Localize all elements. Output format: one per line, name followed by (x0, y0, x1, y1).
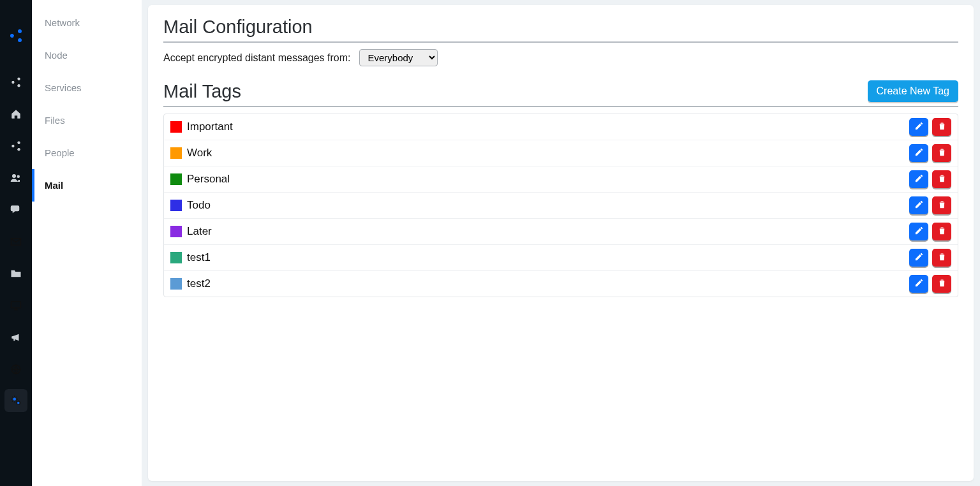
accept-setting-label: Accept encrypted distant messages from: (163, 52, 350, 64)
bullhorn-icon[interactable] (0, 321, 32, 353)
tag-actions (909, 144, 951, 162)
monitor-icon[interactable] (0, 290, 32, 321)
tag-list: ImportantWorkPersonalTodoLatertest1test2 (163, 114, 958, 297)
sidebar-item-mail[interactable]: Mail (32, 169, 142, 202)
trash-icon (937, 278, 947, 290)
tag-row: test2 (164, 271, 958, 297)
sidebar-item-files[interactable]: Files (32, 104, 142, 136)
tag-color-swatch (170, 278, 182, 290)
tag-row: Todo (164, 193, 958, 219)
edit-tag-button[interactable] (909, 196, 928, 214)
tag-row: Work (164, 140, 958, 166)
chat-icon[interactable] (0, 194, 32, 226)
sidebar-item-people[interactable]: People (32, 136, 142, 169)
pencil-icon (914, 200, 924, 211)
sidebar-item-network[interactable]: Network (32, 6, 142, 39)
tag-color-swatch (170, 121, 182, 133)
folder-icon[interactable] (0, 258, 32, 290)
accept-setting-row: Accept encrypted distant messages from: … (163, 49, 958, 66)
tag-actions (909, 249, 951, 267)
tag-label: Important (187, 121, 909, 133)
trash-icon (937, 173, 947, 185)
edit-tag-button[interactable] (909, 170, 928, 188)
edit-tag-button[interactable] (909, 144, 928, 162)
tag-color-swatch (170, 147, 182, 159)
edit-tag-button[interactable] (909, 249, 928, 267)
tags-header: Mail Tags Create New Tag (163, 80, 958, 107)
delete-tag-button[interactable] (932, 144, 951, 162)
accept-setting-select[interactable]: Everybody (359, 49, 438, 66)
tag-label: Work (187, 147, 909, 159)
trash-icon (937, 200, 947, 211)
section-title-config: Mail Configuration (163, 17, 958, 43)
tag-row: test1 (164, 245, 958, 271)
pencil-icon (914, 252, 924, 263)
trash-icon (937, 252, 947, 263)
tag-color-swatch (170, 173, 182, 185)
edit-tag-button[interactable] (909, 275, 928, 293)
tag-row: Important (164, 114, 958, 140)
users-icon[interactable] (0, 162, 32, 194)
pencil-icon (914, 147, 924, 159)
content-card: Mail Configuration Accept encrypted dist… (148, 5, 974, 481)
create-tag-button[interactable]: Create New Tag (868, 80, 958, 102)
envelope-icon[interactable] (0, 226, 32, 258)
pencil-icon (914, 173, 924, 185)
sidebar-item-node[interactable]: Node (32, 39, 142, 71)
trash-icon (937, 147, 947, 159)
delete-tag-button[interactable] (932, 170, 951, 188)
delete-tag-button[interactable] (932, 196, 951, 214)
sidebar-item-services[interactable]: Services (32, 71, 142, 104)
tag-label: Later (187, 225, 909, 238)
tag-actions (909, 196, 951, 214)
delete-tag-button[interactable] (932, 249, 951, 267)
edit-tag-button[interactable] (909, 118, 928, 136)
delete-tag-button[interactable] (932, 118, 951, 136)
left-icon-rail (0, 0, 32, 486)
trash-icon (937, 226, 947, 237)
trash-icon (937, 121, 947, 133)
tag-label: test2 (187, 277, 909, 290)
tag-label: Todo (187, 199, 909, 212)
tag-color-swatch (170, 252, 182, 263)
tag-color-swatch (170, 226, 182, 237)
home-icon[interactable] (0, 98, 32, 130)
delete-tag-button[interactable] (932, 275, 951, 293)
globe-icon[interactable] (0, 353, 32, 385)
pencil-icon (914, 226, 924, 237)
tag-color-swatch (170, 200, 182, 211)
settings-sidebar: NetworkNodeServicesFilesPeopleMail (32, 0, 142, 486)
tag-row: Later (164, 219, 958, 245)
tag-label: Personal (187, 173, 909, 186)
brand-logo-icon[interactable] (0, 18, 32, 54)
share-nodes-icon[interactable] (0, 66, 32, 98)
tag-actions (909, 275, 951, 293)
share-icon[interactable] (0, 130, 32, 162)
tag-actions (909, 170, 951, 188)
edit-tag-button[interactable] (909, 223, 928, 240)
section-title-tags: Mail Tags (163, 81, 241, 102)
pencil-icon (914, 121, 924, 133)
main-panel: Mail Configuration Accept encrypted dist… (142, 0, 980, 486)
tag-actions (909, 223, 951, 240)
tag-row: Personal (164, 166, 958, 193)
delete-tag-button[interactable] (932, 223, 951, 240)
tag-actions (909, 118, 951, 136)
tag-label: test1 (187, 251, 909, 264)
pencil-icon (914, 278, 924, 290)
settings-gears-icon[interactable] (4, 389, 27, 412)
